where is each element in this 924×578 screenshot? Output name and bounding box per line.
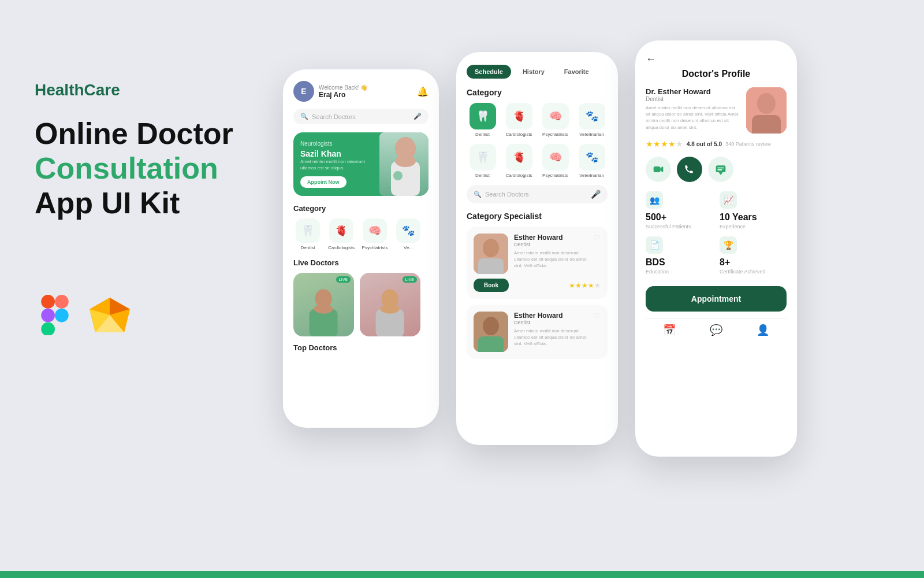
spec-name-2: Esther Howard [514, 312, 587, 320]
phone2-category-screen: Schedule History Favorite Category 🦷 Den… [456, 52, 618, 445]
p2-mic-icon[interactable]: 🎤 [591, 190, 601, 199]
p3-stat-edu-value: BDS [646, 257, 665, 268]
p2-search-placeholder: Search Doctors [485, 191, 529, 198]
p2-cat-cardiologists[interactable]: 🫀 Cardiologists [503, 103, 535, 137]
svg-marker-33 [719, 172, 723, 175]
p3-stars: ★★★★★ [646, 139, 683, 149]
cat-item-psychiatrists[interactable]: 🧠 Psychiatrists [360, 218, 389, 250]
cat-label-vet: Ve... [404, 245, 413, 250]
p2-psychiatrists-label: Psychiatrists [542, 132, 568, 137]
p2-search-bar[interactable]: 🔍 Search Doctors 🎤 [467, 185, 608, 203]
svg-rect-2 [41, 309, 55, 323]
p1-search-bar[interactable]: 🔍 Search Doctors 🎤 [293, 109, 429, 124]
psychiatrists-icon-box: 🧠 [363, 218, 387, 243]
back-button[interactable]: ← [646, 53, 787, 65]
tool-icons [35, 295, 133, 335]
nav-profile-icon[interactable]: 👤 [757, 324, 769, 336]
p2-cardiologists-icon-2: 🫀 [506, 144, 532, 171]
p3-action-buttons [646, 157, 787, 182]
p3-stat-experience: 📈 10 Years Experience [720, 191, 787, 229]
nav-chat-icon[interactable]: 💬 [710, 324, 722, 336]
p1-avatar: E [293, 81, 314, 102]
p3-stat-exp-label: Experience [720, 224, 746, 229]
spec-card1-bottom: Book ★★★★★ [474, 279, 601, 292]
spec-avatar-2 [474, 312, 508, 352]
tab-favorite[interactable]: Favorite [556, 65, 597, 79]
p2-dentist-label-2: Dentist [475, 173, 490, 178]
p2-category-grid-row2: 🦷 Dentist 🫀 Cardiologists 🧠 Psychiatrist… [467, 144, 608, 178]
live-card-1[interactable]: LIVE [293, 273, 354, 336]
p1-search-placeholder: Search Doctors [312, 113, 356, 120]
p3-stat-patients-value: 500+ [646, 212, 666, 223]
p3-stat-patients-label: Successful Patients [646, 224, 691, 229]
svg-rect-32 [716, 165, 726, 172]
p2-specialist-title: Category Specialist [467, 212, 608, 221]
headline-line1: Online Doctor [35, 117, 233, 150]
p3-stats-grid: 👥 500+ Successful Patients 📈 10 Years Ex… [646, 191, 787, 275]
spec-card1-top: Esther Howard Dentist Amet minim mollit … [474, 234, 601, 274]
live-badge-1: LIVE [336, 276, 351, 283]
p3-stat-edu-label: Education [646, 269, 669, 275]
p2-cardiologists-icon: 🫀 [506, 103, 532, 129]
spec-heart-2[interactable]: ♡ [593, 312, 601, 352]
p2-cat-dentist-2[interactable]: 🦷 Dentist [467, 144, 498, 178]
spec-card2-top: Esther Howard Dentist Amet minim mollit … [474, 312, 601, 352]
book-button-1[interactable]: Book [474, 279, 509, 292]
p3-doctor-info-block: Dr. Esther Howard Dentist Amet minim mol… [646, 87, 739, 134]
p2-cat-veterinarian[interactable]: 🐾 Veterinarian [576, 103, 608, 137]
spec-stars-1: ★★★★★ [569, 281, 601, 290]
live-badge-2: LIVE [403, 276, 417, 283]
svg-point-14 [393, 171, 403, 180]
cat-label-psychiatrists: Psychiatrists [362, 245, 388, 250]
svg-rect-1 [55, 295, 69, 309]
education-icon: 📄 [646, 236, 663, 254]
cat-item-vet[interactable]: 🐾 Ve... [394, 218, 423, 250]
p2-cardiologists-label-2: Cardiologists [505, 173, 532, 178]
figma-icon [35, 295, 75, 335]
svg-point-17 [314, 305, 333, 314]
p3-doctor-photo [746, 87, 787, 134]
experience-icon: 📈 [720, 191, 737, 209]
mic-icon[interactable]: 🎤 [413, 113, 422, 120]
svg-rect-29 [752, 115, 781, 134]
spec-name-1: Esther Howard [514, 234, 587, 242]
tab-schedule[interactable]: Schedule [467, 65, 511, 79]
video-call-button[interactable] [646, 157, 671, 182]
p2-category-title: Category [467, 88, 608, 97]
live-card-2[interactable]: LIVE [360, 273, 420, 336]
p2-cat-dentist-active[interactable]: 🦷 Dentist [467, 103, 498, 137]
p3-doctor-name: Dr. Esther Howard [646, 87, 739, 96]
appointment-button[interactable]: Appointment [646, 286, 787, 312]
spec-info-2: Esther Howard Dentist Amet minim mollit … [514, 312, 587, 352]
svg-point-4 [55, 309, 69, 323]
phone-call-button[interactable] [677, 157, 702, 182]
vet-icon-box: 🐾 [396, 218, 420, 243]
p3-stat-education: 📄 BDS Education [646, 236, 713, 275]
p2-cardiologists-label: Cardiologists [505, 132, 532, 137]
spec-heart-1[interactable]: ♡ [593, 234, 601, 274]
p2-psychiatrists-label-2: Psychiatrists [542, 173, 568, 178]
cat-item-cardiologists[interactable]: 🫀 Cardiologists [327, 218, 356, 250]
p1-welcome: Welcome Back! 👋 [319, 84, 417, 91]
p2-vet-icon: 🐾 [579, 103, 605, 129]
notification-bell-icon[interactable]: 🔔 [417, 86, 429, 97]
p1-greeting: Welcome Back! 👋 Eraj Aro [319, 84, 417, 99]
p2-cat-vet-2[interactable]: 🐾 Veterinarian [576, 144, 608, 178]
p3-bottom-nav: 📅 💬 👤 [646, 318, 787, 336]
brand-name: HealthCare [35, 81, 233, 99]
tab-history[interactable]: History [515, 65, 553, 79]
svg-point-22 [483, 239, 499, 257]
appoint-now-button[interactable]: Appoint Now [300, 176, 346, 188]
nav-calendar-icon[interactable]: 📅 [663, 324, 676, 336]
message-button[interactable] [708, 157, 733, 182]
p2-cat-cardiologists-2[interactable]: 🫀 Cardiologists [503, 144, 535, 178]
cardiologists-icon-box: 🫀 [329, 218, 353, 243]
p2-psychiatrists-icon-2: 🧠 [542, 144, 569, 171]
p2-cat-psychiatrists-2[interactable]: 🧠 Psychiatrists [539, 144, 571, 178]
svg-point-28 [757, 93, 776, 114]
cat-label-dentist: Dentist [301, 245, 315, 250]
doctor-silhouette [379, 132, 429, 196]
p2-cat-psychiatrists[interactable]: 🧠 Psychiatrists [539, 103, 571, 137]
p1-live-doctors-row: LIVE LIVE [293, 273, 429, 336]
cat-item-dentist[interactable]: 🦷 Dentist [293, 218, 322, 250]
